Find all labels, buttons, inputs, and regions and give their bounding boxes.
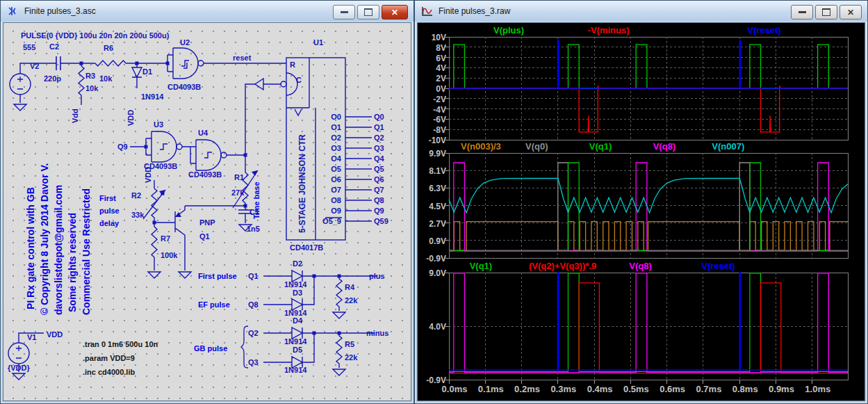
schematic-label: .tran 0 1m6 500u 10n	[83, 340, 158, 348]
x-axis-label: 0.4ms	[587, 384, 613, 394]
waveform-titlebar[interactable]: Finite pulses_3.raw ✕	[415, 1, 867, 22]
net-label: Q4	[374, 154, 385, 163]
close-button[interactable]: ✕	[382, 5, 408, 19]
schematic-label: pulse	[99, 207, 120, 215]
inverter-bubble-icon	[281, 81, 286, 87]
x-axis-label: 0.8ms	[732, 384, 758, 394]
schematic-label: C2	[49, 42, 59, 51]
schematic-titlebar[interactable]: Finite pulses_3.asc ✕	[1, 1, 413, 22]
schematic-label: {VDD}	[8, 364, 31, 372]
legend-v-plus-[interactable]: V(plus)	[493, 25, 524, 35]
source-polarity-icon	[16, 346, 22, 358]
net-label: Q9	[374, 207, 384, 215]
trace-v-n007-	[449, 178, 848, 213]
legend-v-reset-[interactable]: V(reset)	[701, 261, 735, 271]
close-button[interactable]: ✕	[840, 5, 862, 19]
schematic-label: EF pulse	[198, 300, 230, 309]
net-label: Q7	[374, 186, 384, 194]
cd4017-pin-label: O7	[331, 186, 341, 194]
schematic-label: R2	[131, 191, 141, 200]
legend--v-q2-v-q3-9[interactable]: (V(q2)+V(q3))*.9	[529, 261, 596, 271]
schematic-label: 5-STAGE JOHNSON CTR	[297, 134, 307, 233]
cd4017-pin-label: O5_9	[322, 217, 341, 225]
y-axis-label: -2V	[418, 95, 446, 104]
schematic-label: CD4093B	[188, 170, 222, 179]
minimize-icon	[799, 11, 806, 13]
schematic-label: 100k	[161, 251, 178, 259]
y-axis-label: -4V	[418, 105, 446, 115]
x-axis-label: 0.7ms	[696, 384, 722, 394]
cd4017-pin-label: O9	[331, 207, 341, 215]
schematic-label: D5	[293, 346, 302, 354]
window-title: Finite pulses_3.asc	[24, 6, 96, 16]
cd4017-pin-label: O2	[331, 134, 341, 142]
minimize-button[interactable]	[791, 5, 813, 19]
waveform-document-icon[interactable]	[421, 6, 434, 17]
y-axis-label: 4.0V	[418, 322, 446, 332]
schematic-label: 1N914	[284, 366, 307, 374]
schematic-label: 555	[23, 43, 35, 51]
x-axis-label: 0.6ms	[660, 384, 685, 394]
cd4017-pin-label: O0	[331, 113, 341, 121]
legend-v-q1-[interactable]: V(q1)	[470, 261, 493, 271]
trace-v-q1-	[449, 273, 848, 372]
y-axis-label: 4V	[418, 63, 446, 73]
diode-symbols	[132, 67, 302, 368]
schematic-label: plus	[369, 272, 385, 280]
schematic-label: U4	[198, 129, 208, 137]
cd4017-pin-label: O5	[331, 165, 341, 173]
net-label: Q5	[374, 165, 384, 173]
window-controls: ✕	[333, 5, 408, 19]
schematic-label: D4	[293, 316, 303, 325]
schematic-label: U1	[313, 38, 323, 47]
schematic-label: delay	[99, 219, 120, 227]
legend-v-reset-[interactable]: V(reset)	[747, 25, 780, 35]
schematic-label: CD4017B	[290, 243, 323, 252]
y-axis-label: 0V	[418, 84, 446, 94]
x-axis-label: 0.3ms	[550, 384, 576, 394]
schematic-document-icon[interactable]	[7, 6, 19, 17]
maximize-icon	[364, 8, 372, 16]
close-icon: ✕	[391, 8, 398, 17]
legend-v-n007-[interactable]: V(n007)	[712, 141, 744, 152]
schematic-canvas[interactable]: PULSE(0 {VDD} 100u 20n 20n 200u 500u)555…	[3, 22, 411, 401]
schematic-label: Q8	[248, 300, 259, 309]
schematic-label: V2	[30, 62, 39, 70]
maximize-button[interactable]	[357, 5, 379, 19]
waveform-canvas[interactable]: 10V8V6V4V2V0V-2V-4V-6V-8V-10VV(plus)-V(m…	[417, 22, 865, 401]
schematic-label: 27k	[231, 188, 245, 197]
schematic-label: VDD	[47, 330, 63, 339]
schematic-label: 1N914	[141, 92, 164, 101]
y-axis-label: -8V	[418, 125, 446, 135]
net-label: Q6	[374, 175, 384, 184]
legend-v-q8-[interactable]: V(q8)	[629, 261, 652, 271]
legend-v-q0-[interactable]: V(q0)	[525, 141, 548, 152]
maximize-icon	[822, 8, 830, 16]
legend-v-n003-3[interactable]: V(n003)/3	[461, 141, 501, 152]
schematic-label: davorslistdepot@gmail.com	[53, 185, 64, 315]
waveform-window: Finite pulses_3.raw ✕ 10V8V6V4V2V0V-2V-4…	[414, 0, 868, 404]
x-axis-label: 0.2ms	[514, 384, 540, 394]
schematic-label: 1N914	[284, 280, 307, 289]
y-axis-label: 0.9V	[418, 236, 446, 246]
schematic-label: GB pulse	[194, 344, 227, 353]
cd4017-pin-label: O3	[331, 144, 341, 152]
legend--v-minus-[interactable]: -V(minus)	[588, 25, 630, 35]
schematic-label: 33k	[131, 211, 145, 219]
net-label: Q0	[374, 113, 384, 121]
close-icon: ✕	[847, 8, 854, 17]
minimize-button[interactable]	[333, 5, 355, 19]
legend-v-q1-[interactable]: V(q1)	[589, 141, 612, 152]
schematic-label: Q1	[248, 272, 259, 280]
y-axis-label: -6V	[418, 115, 446, 124]
trace-v-n003-3	[449, 222, 848, 251]
schematic-label: 1n5	[247, 225, 260, 233]
legend-v-q8-[interactable]: V(q8)	[653, 141, 676, 152]
schematic-label: .inc cd4000.lib	[83, 368, 135, 376]
maximize-button[interactable]	[815, 5, 837, 19]
inverter-bubble-icon	[221, 152, 227, 158]
inverter-bubble-icon	[198, 60, 204, 66]
cd4017-pin-label: O4	[331, 154, 342, 163]
window-title: Finite pulses_3.raw	[439, 6, 510, 16]
schematic-label: V1	[27, 333, 36, 341]
